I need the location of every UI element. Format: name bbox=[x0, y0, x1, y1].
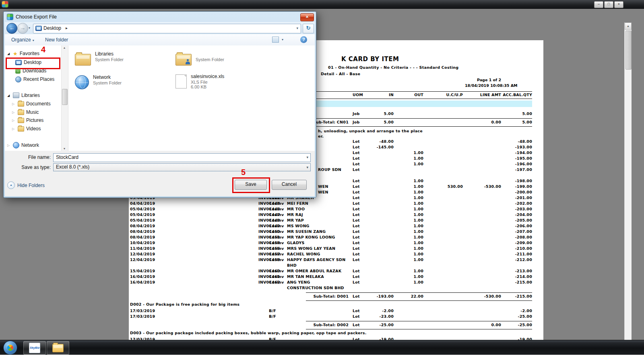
change-view-button[interactable]: ▾ bbox=[272, 37, 283, 43]
sidebar-item-documents[interactable]: ▷ Documents bbox=[5, 100, 68, 108]
favorites-star-icon: ★ bbox=[13, 51, 18, 56]
annotation-step5-box bbox=[232, 177, 270, 193]
history-dropdown-icon[interactable]: ▾ bbox=[29, 26, 30, 30]
sidebar-item-label: Pictures bbox=[26, 117, 43, 123]
file-item-type: XLS File bbox=[191, 80, 224, 84]
dialog-icon bbox=[7, 14, 13, 20]
refresh-button[interactable]: ↻ bbox=[303, 24, 314, 33]
file-item-name bbox=[196, 51, 224, 57]
report-row: MR TAN MELAKA16/04/2019INV01461CusInvLot… bbox=[129, 274, 543, 280]
annotation-step5-label: 5 bbox=[241, 168, 246, 177]
scrollbar-thumb[interactable] bbox=[62, 89, 68, 105]
file-item-name: Libraries bbox=[95, 51, 124, 57]
windows-flag-icon bbox=[6, 343, 14, 352]
expander-icon[interactable]: ▷ bbox=[7, 144, 11, 147]
sidebar-scrollbar[interactable]: ▲ ▼ bbox=[61, 45, 68, 151]
report-row: 17/03/2019B/FLot-2.00-2.00 bbox=[129, 308, 543, 314]
report-row: MR TOO05/04/2019INV01446CusInvLot1.00-20… bbox=[129, 206, 543, 212]
file-name-value: StockCard bbox=[56, 154, 78, 160]
sidebar-group-label: Libraries bbox=[21, 93, 40, 98]
report-row: GLADYS10/04/2019INV01454CusInvLot1.00-20… bbox=[129, 240, 543, 246]
music-icon bbox=[18, 110, 24, 115]
close-window-button[interactable]: × bbox=[614, 1, 623, 8]
window-scrollbar[interactable]: ▲ bbox=[624, 23, 632, 340]
file-name-input[interactable]: StockCard ▾ bbox=[53, 153, 311, 162]
report-row: MR YAP KONG LOONG08/04/2019INV01451CusIn… bbox=[129, 234, 543, 240]
report-column-header-out: OUT bbox=[395, 93, 423, 97]
start-button[interactable] bbox=[3, 341, 17, 355]
recent-places-icon bbox=[15, 76, 21, 82]
window-titlebar: – □ × bbox=[0, 0, 644, 9]
taskbar-app-skybiz[interactable]: SkyBiz bbox=[23, 341, 46, 355]
organize-menu[interactable]: Organize▾ bbox=[11, 37, 34, 43]
forward-button[interactable]: → bbox=[17, 23, 28, 34]
sidebar-item-music[interactable]: ▷ Music bbox=[5, 108, 68, 116]
address-bar[interactable]: Desktop ▸ ▾ bbox=[33, 24, 301, 33]
new-folder-button[interactable]: New folder bbox=[45, 37, 68, 43]
dialog-titlebar[interactable]: Choose Export File × bbox=[4, 12, 316, 22]
report-title: K CARD BY ITEM bbox=[341, 56, 399, 63]
file-item-name: Network bbox=[93, 74, 122, 80]
expander-icon[interactable]: ▷ bbox=[12, 111, 16, 114]
minimize-button[interactable]: – bbox=[594, 1, 603, 8]
address-dropdown-icon[interactable]: ▾ bbox=[296, 26, 298, 30]
hide-folders-label: Hide Folders bbox=[17, 183, 45, 188]
file-item-salesinvoice[interactable]: salesinvoice.xls XLS File 6.00 KB bbox=[175, 74, 272, 89]
scrollbar-thumb[interactable] bbox=[625, 31, 632, 70]
file-item-type: System Folder bbox=[93, 80, 122, 85]
videos-icon bbox=[18, 126, 24, 132]
report-subtotal-row: Sub-Total: D002Lot-25.000.00-25.00 bbox=[129, 322, 543, 328]
report-column-header-in: IN bbox=[365, 93, 394, 97]
report-subtotal-row: Sub-Total: D001Lot-193.0022.00-530.00-21… bbox=[129, 294, 543, 299]
sidebar-item-pictures[interactable]: ▷ Pictures bbox=[5, 116, 68, 124]
sidebar-group-libraries[interactable]: ◢ Libraries bbox=[5, 91, 63, 99]
report-section-title: D002 - Our Package is free packing for b… bbox=[129, 302, 543, 308]
pictures-icon bbox=[18, 118, 24, 123]
cancel-button[interactable]: Cancel bbox=[272, 180, 307, 190]
sidebar-group-network[interactable]: ▷ Network bbox=[5, 141, 63, 149]
dialog-toolbar: Organize▾ New folder ▾ ? bbox=[5, 34, 315, 46]
expander-icon[interactable]: ◢ bbox=[7, 52, 11, 56]
breadcrumb-location[interactable]: Desktop bbox=[43, 25, 61, 31]
breadcrumb-separator-icon[interactable]: ▸ bbox=[66, 26, 68, 30]
save-as-type-label: Save as type: bbox=[5, 165, 51, 170]
chevron-down-icon[interactable]: ▾ bbox=[306, 155, 308, 159]
report-page-number: Page 1 of 2 bbox=[477, 78, 501, 82]
file-item-libraries[interactable]: Libraries System Folder bbox=[75, 51, 171, 66]
file-item-network[interactable]: Network System Folder bbox=[75, 74, 171, 89]
libraries-folder-icon bbox=[75, 54, 91, 66]
dialog-title: Choose Export File bbox=[16, 14, 57, 20]
libraries-icon bbox=[13, 93, 19, 98]
sidebar-item-videos[interactable]: ▷ Videos bbox=[5, 125, 68, 133]
report-column-header-uom: UOM bbox=[353, 93, 363, 97]
file-name-label: File name: bbox=[5, 154, 51, 160]
report-row: HAPPY DAYS AGENCY SDNBHD12/04/2019INV014… bbox=[129, 257, 543, 268]
report-criteria-line2: Detail - All - Base bbox=[321, 72, 360, 76]
save-as-type-value: Excel 8.0 (*.xls) bbox=[56, 164, 89, 170]
report-row: RACHEL WONG12/04/2019INV01457CusInvLot1.… bbox=[129, 251, 543, 257]
back-button[interactable]: ← bbox=[6, 23, 17, 34]
taskbar: SkyBiz bbox=[0, 340, 644, 355]
file-item-user-folder[interactable]: System Folder bbox=[175, 51, 272, 66]
expander-icon[interactable]: ▷ bbox=[12, 127, 16, 131]
expander-icon[interactable]: ◢ bbox=[7, 94, 11, 97]
file-item-type: System Folder bbox=[95, 57, 124, 62]
report-section-title: D003 - Our packing package included pack… bbox=[129, 331, 543, 337]
scrollbar-up-icon[interactable]: ▲ bbox=[62, 46, 67, 49]
taskbar-app-explorer[interactable] bbox=[47, 341, 69, 355]
xls-file-icon bbox=[175, 74, 187, 88]
chevron-down-icon[interactable]: ▾ bbox=[306, 165, 308, 169]
expander-icon[interactable]: ▷ bbox=[12, 119, 16, 122]
restore-button[interactable]: □ bbox=[604, 1, 613, 8]
report-row: MEI FERN04/04/2019INV01444CusInvLot1.00-… bbox=[129, 201, 543, 206]
hide-folders-button[interactable]: ▲ Hide Folders bbox=[7, 181, 45, 189]
dialog-close-button[interactable]: × bbox=[300, 13, 314, 21]
scrollbar-down-icon[interactable]: ▼ bbox=[62, 147, 67, 150]
save-as-type-select[interactable]: Excel 8.0 (*.xls) ▾ bbox=[53, 163, 311, 171]
scrollbar-up-icon[interactable]: ▲ bbox=[625, 23, 632, 30]
expander-icon[interactable]: ▷ bbox=[12, 102, 16, 106]
help-button[interactable]: ? bbox=[300, 36, 307, 43]
annotation-step4-label: 4 bbox=[41, 45, 45, 54]
sidebar-group-favorites[interactable]: ◢ ★ Favorites bbox=[5, 49, 63, 58]
person-icon bbox=[186, 59, 190, 64]
